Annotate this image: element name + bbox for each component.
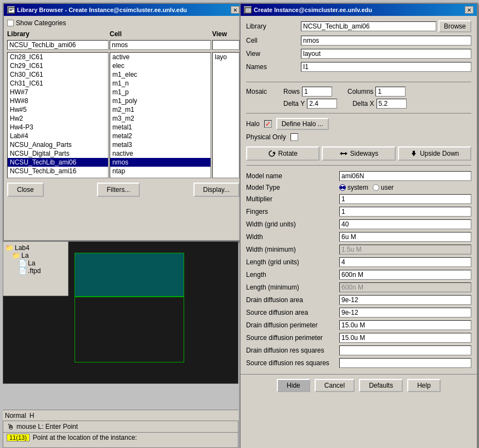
- source-diff-area-input[interactable]: [339, 308, 471, 317]
- list-item[interactable]: m3_m2: [110, 114, 210, 123]
- upside-down-button[interactable]: Upside Down: [398, 146, 471, 161]
- length-input[interactable]: [339, 270, 471, 280]
- cell-field-label: Cell: [246, 37, 301, 44]
- display-button[interactable]: Display...: [193, 183, 239, 197]
- cell-search-input[interactable]: [110, 40, 211, 50]
- rotate-button[interactable]: Rotate: [246, 146, 320, 161]
- model-name-label: Model name: [246, 172, 339, 180]
- list-item[interactable]: ntap: [110, 167, 210, 175]
- rows-input[interactable]: [302, 87, 332, 97]
- delta-y-input[interactable]: [307, 99, 337, 109]
- library-list[interactable]: Ch28_IC61 Ch29_IC61 Ch30_IC61 Ch31_IC61 …: [7, 52, 109, 178]
- view-search-input[interactable]: [212, 40, 239, 50]
- status-row-2: 11(13) Point at the location of the inst…: [3, 433, 238, 443]
- list-item[interactable]: Ch30_IC61: [8, 70, 108, 79]
- halo-checkbox-container[interactable]: [264, 120, 272, 128]
- list-item[interactable]: layo: [213, 53, 239, 61]
- browse-button[interactable]: Browse: [438, 20, 471, 32]
- list-item[interactable]: metal3: [110, 140, 210, 149]
- library-search-input[interactable]: [7, 40, 109, 50]
- physical-only-checkbox[interactable]: [290, 133, 298, 141]
- list-item[interactable]: HW#8: [8, 97, 108, 105]
- columns-label: Columns: [347, 88, 373, 95]
- list-item[interactable]: active: [110, 53, 210, 61]
- halo-checkbox[interactable]: [264, 120, 272, 128]
- list-item[interactable]: Ch31_IC61: [8, 79, 108, 88]
- system-radio-btn[interactable]: [339, 184, 346, 191]
- create-instance-close-btn[interactable]: ✕: [465, 6, 474, 14]
- model-name-input[interactable]: [339, 171, 471, 181]
- list-item[interactable]: m1_elec: [110, 70, 210, 79]
- halo-label: Halo: [246, 120, 260, 128]
- list-item[interactable]: Ch28_IC61: [8, 53, 108, 61]
- show-categories-checkbox[interactable]: [7, 20, 14, 26]
- list-item[interactable]: Ch29_IC61: [8, 61, 108, 70]
- define-halo-button[interactable]: Define Halo ...: [276, 118, 329, 130]
- svg-marker-6: [340, 152, 347, 155]
- drain-diff-perimeter-input[interactable]: [339, 320, 471, 330]
- help-button[interactable]: Help: [407, 379, 441, 392]
- list-item[interactable]: NCSU_TechLib_ami16: [8, 167, 108, 175]
- list-item[interactable]: m1_n: [110, 79, 210, 88]
- rows-label: Rows: [283, 88, 300, 95]
- filters-button[interactable]: Filters...: [97, 183, 140, 197]
- hide-button[interactable]: Hide: [277, 379, 310, 392]
- width-grid-input[interactable]: [339, 219, 471, 229]
- list-item[interactable]: Hw2: [8, 114, 108, 123]
- list-item[interactable]: nactive: [110, 149, 210, 158]
- list-item[interactable]: HW#7: [8, 88, 108, 97]
- source-diff-perimeter-input[interactable]: [339, 333, 471, 343]
- length-label: Length: [246, 271, 339, 279]
- close-button[interactable]: Close: [7, 183, 44, 197]
- drain-diff-area-input[interactable]: [339, 295, 471, 305]
- list-item[interactable]: Lab#4: [8, 132, 108, 140]
- user-radio-btn[interactable]: [373, 184, 379, 191]
- tree-item-ftpd[interactable]: 📄 .ftpd: [5, 267, 66, 275]
- cell-list[interactable]: active elec m1_elec m1_n m1_p m1_poly m2…: [110, 52, 211, 178]
- list-item[interactable]: NCSU_Digital_Parts: [8, 149, 108, 158]
- multiplier-input[interactable]: [339, 194, 471, 204]
- lib-browser-titlebar: Library Browser - Create Instance@csimcl…: [4, 4, 243, 16]
- drain-diff-res-input[interactable]: [339, 345, 471, 355]
- list-item[interactable]: metal1: [110, 123, 210, 132]
- list-item[interactable]: m1_p: [110, 88, 210, 97]
- list-item[interactable]: Hw#5: [8, 105, 108, 114]
- cancel-button[interactable]: Cancel: [315, 379, 355, 392]
- fingers-input[interactable]: [339, 207, 471, 217]
- show-categories-row: Show Categories: [7, 19, 239, 27]
- view-list[interactable]: layo: [212, 52, 239, 178]
- width-input[interactable]: [339, 232, 471, 242]
- view-field-input[interactable]: [301, 49, 471, 59]
- delta-x-input[interactable]: [377, 99, 407, 109]
- length-grid-input[interactable]: [339, 257, 471, 267]
- list-item[interactable]: NCSU_Analog_Parts: [8, 140, 108, 149]
- list-item-selected[interactable]: NCSU_TechLib_ami06: [8, 158, 108, 167]
- show-categories-label: Show Categories: [16, 19, 66, 27]
- library-field-input[interactable]: [301, 21, 436, 31]
- user-radio-option[interactable]: user: [373, 184, 394, 191]
- source-diff-res-input[interactable]: [339, 358, 471, 368]
- tree-item-lab4[interactable]: 📁 Lab4: [5, 244, 66, 252]
- columns-input[interactable]: [375, 87, 406, 97]
- defaults-button[interactable]: Defaults: [359, 379, 403, 392]
- physical-only-label: Physical Only: [246, 133, 286, 141]
- width-min-label: Width (minimum): [246, 246, 339, 253]
- list-item[interactable]: metal2: [110, 132, 210, 140]
- folder-icon: 📁: [5, 244, 14, 252]
- sideways-button[interactable]: Sideways: [322, 146, 395, 161]
- cell-field-input[interactable]: [301, 36, 471, 46]
- canvas-outline-1: [75, 253, 184, 297]
- tree-item-la2[interactable]: 📄 La: [5, 259, 66, 267]
- fingers-label: Fingers: [246, 208, 339, 216]
- lib-browser-close-btn[interactable]: ✕: [231, 6, 239, 14]
- list-item-selected[interactable]: nmos: [110, 158, 210, 167]
- user-radio-label: user: [381, 184, 394, 191]
- list-item[interactable]: Hw4-P3: [8, 123, 108, 132]
- tree-item-la1[interactable]: 📁 La: [5, 252, 66, 259]
- delta-y-label: Delta Y: [283, 100, 305, 107]
- system-radio-option[interactable]: system: [339, 184, 368, 191]
- list-item[interactable]: m2_m1: [110, 105, 210, 114]
- names-field-input[interactable]: [301, 62, 471, 72]
- list-item[interactable]: m1_poly: [110, 97, 210, 105]
- list-item[interactable]: elec: [110, 61, 210, 70]
